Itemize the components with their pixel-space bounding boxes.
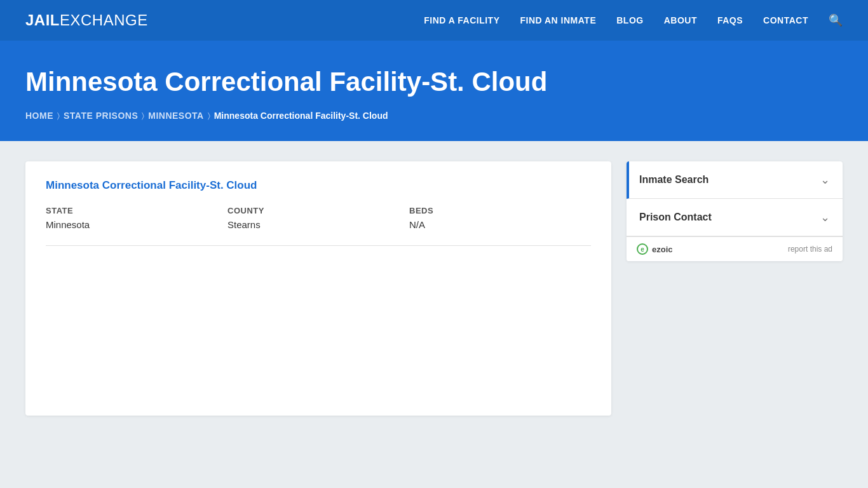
sidebar-prison-contact[interactable]: Prison Contact ⌄ xyxy=(627,199,843,236)
sidebar: Inmate Search ⌄ Prison Contact ⌄ e ezoic… xyxy=(627,161,843,261)
breadcrumb: Home 〉 State Prisons 〉 Minnesota 〉 Minne… xyxy=(25,111,843,121)
breadcrumb-state-prisons[interactable]: State Prisons xyxy=(64,111,138,121)
beds-column: BEDS N/A xyxy=(409,206,591,230)
logo-exchange: EXCHANGE xyxy=(60,11,148,29)
beds-label: BEDS xyxy=(409,206,578,215)
nav-faqs[interactable]: FAQs xyxy=(717,15,743,25)
beds-value: N/A xyxy=(409,219,578,230)
nav-find-inmate[interactable]: FIND AN INMATE xyxy=(520,15,596,25)
county-column: COUNTY Stearns xyxy=(227,206,409,230)
facility-card: Minnesota Correctional Facility-St. Clou… xyxy=(25,161,611,416)
site-logo[interactable]: JAILEXCHANGE xyxy=(25,11,148,29)
sidebar-panel: Inmate Search ⌄ Prison Contact ⌄ e ezoic… xyxy=(627,161,843,261)
nav-blog[interactable]: BLOG xyxy=(616,15,643,25)
breadcrumb-home[interactable]: Home xyxy=(25,111,53,121)
main-nav: FIND A FACILITY FIND AN INMATE BLOG ABOU… xyxy=(424,13,843,27)
ad-bar: e ezoic report this ad xyxy=(627,236,843,261)
inmate-search-label: Inmate Search xyxy=(639,174,709,186)
search-icon[interactable]: 🔍 xyxy=(829,13,843,27)
hero-section: Minnesota Correctional Facility-St. Clou… xyxy=(0,41,868,141)
state-column: STATE Minnesota xyxy=(46,206,227,230)
facility-card-title: Minnesota Correctional Facility-St. Clou… xyxy=(46,179,591,192)
facility-info-grid: STATE Minnesota COUNTY Stearns BEDS N/A xyxy=(46,206,591,230)
logo-jail: JAIL xyxy=(25,11,60,29)
sidebar-inmate-search[interactable]: Inmate Search ⌄ xyxy=(627,161,843,199)
prison-contact-label: Prison Contact xyxy=(639,212,712,223)
card-divider xyxy=(46,245,591,246)
ezoic-circle-icon: e xyxy=(637,243,648,255)
ezoic-logo: e ezoic xyxy=(637,243,673,255)
state-label: STATE xyxy=(46,206,215,215)
county-label: COUNTY xyxy=(227,206,397,215)
ezoic-label: ezoic xyxy=(652,245,673,254)
report-ad-link[interactable]: report this ad xyxy=(788,245,832,254)
nav-about[interactable]: ABOUT xyxy=(664,15,697,25)
county-value: Stearns xyxy=(227,219,397,230)
state-value: Minnesota xyxy=(46,219,215,230)
nav-find-facility[interactable]: FIND A FACILITY xyxy=(424,15,499,25)
prison-contact-chevron-icon: ⌄ xyxy=(820,210,830,224)
breadcrumb-sep-2: 〉 xyxy=(142,111,144,120)
page-title: Minnesota Correctional Facility-St. Clou… xyxy=(25,66,843,98)
breadcrumb-current: Minnesota Correctional Facility-St. Clou… xyxy=(214,111,388,121)
main-container: Minnesota Correctional Facility-St. Clou… xyxy=(0,141,868,436)
breadcrumb-minnesota[interactable]: Minnesota xyxy=(148,111,203,121)
nav-contact[interactable]: CONTACT xyxy=(763,15,808,25)
inmate-search-chevron-icon: ⌄ xyxy=(820,173,830,187)
breadcrumb-sep-3: 〉 xyxy=(208,111,210,120)
breadcrumb-sep-1: 〉 xyxy=(57,111,60,120)
